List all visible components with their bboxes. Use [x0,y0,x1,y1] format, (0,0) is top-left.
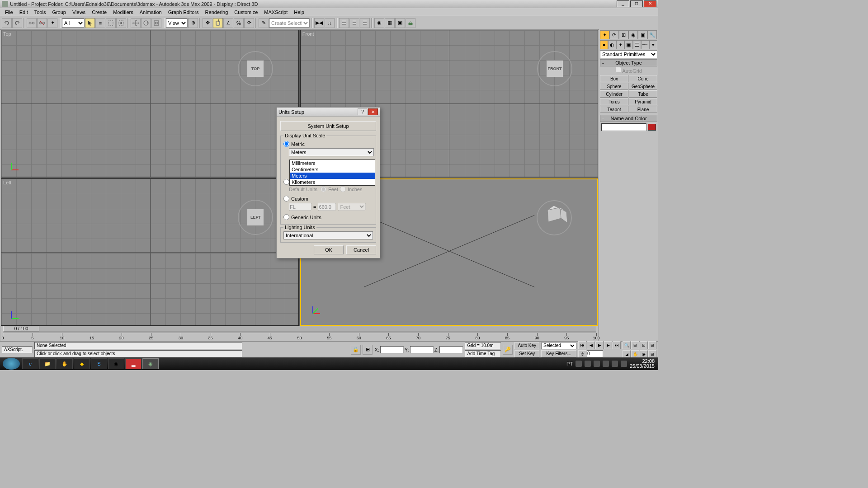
bind-spacewarp-button[interactable]: ✦ [47,18,57,28]
language-indicator[interactable]: PT [566,361,573,366]
zoom-all-button[interactable]: ⊞ [631,341,639,349]
zoom-button[interactable]: 🔍 [623,341,631,349]
set-key-button[interactable]: Set Key [514,350,539,357]
rollout-name-color[interactable]: Name and Color [600,115,657,122]
menu-views[interactable]: Views [69,9,89,16]
modify-tab[interactable]: ⟳ [609,30,619,39]
object-name-input[interactable] [601,123,646,131]
select-by-name-button[interactable]: ≡ [95,18,105,28]
menu-help[interactable]: Help [291,9,307,16]
current-frame-input[interactable] [587,350,603,357]
menu-group[interactable]: Group [49,9,69,16]
task-chrome[interactable]: ◉ [108,358,124,369]
lights-button[interactable]: ✦ [616,40,624,49]
material-editor-button[interactable]: ◉ [374,18,384,28]
menu-file[interactable]: File [2,9,16,16]
obj-plane[interactable]: Plane [629,106,657,113]
viewcube-perspective[interactable] [534,197,575,238]
minimize-button[interactable]: _ [617,0,629,7]
unlink-button[interactable] [37,18,47,28]
snap-toggle-button[interactable]: 3 [213,18,223,28]
start-button[interactable] [3,358,20,370]
task-avira[interactable]: ▂ [125,358,142,369]
key-selection-dropdown[interactable]: Selected [541,342,576,349]
named-selection-dropdown[interactable]: Create Selection Set [269,19,310,28]
time-ruler[interactable]: 0510152025303540455055606570758085909510… [3,333,596,341]
window-crossing-button[interactable] [116,18,126,28]
option-millimeters[interactable]: Millimeters [290,160,375,166]
option-centimeters[interactable]: Centimeters [290,166,375,173]
custom-radio[interactable] [283,196,289,202]
motion-tab[interactable]: ◉ [628,30,638,39]
task-skype[interactable]: S [91,358,107,369]
cameras-button[interactable]: ▣ [624,40,632,49]
menu-modifiers[interactable]: Modifiers [110,9,137,16]
viewcube-left[interactable]: LEFT [235,197,276,238]
menu-customize[interactable]: Customize [231,9,261,16]
layer-manager-button[interactable]: ☰ [339,18,349,28]
key-filters-button[interactable]: Key Filters... [541,350,576,357]
time-config-button[interactable]: ⏱ [578,350,586,358]
hierarchy-tab[interactable]: ⊞ [619,30,628,39]
move-button[interactable] [131,18,141,28]
spinner-snap-button[interactable]: ⟳ [244,18,254,28]
category-dropdown[interactable]: Standard Primitives [600,50,657,58]
close-button[interactable]: ✕ [644,0,656,7]
communication-center-button[interactable]: 🔑 [503,345,513,355]
redo-button[interactable] [12,18,22,28]
coord-x-input[interactable] [380,346,404,353]
helpers-button[interactable]: ☰ [633,40,641,49]
shapes-button[interactable]: ◐ [608,40,616,49]
goto-end-button[interactable]: ⏭ [613,341,621,349]
next-frame-button[interactable]: ▶ [604,341,612,349]
goto-start-button[interactable]: ⏮ [578,341,586,349]
tray-icon[interactable] [612,361,618,367]
display-tab[interactable]: ▣ [638,30,647,39]
viewcube-top[interactable]: TOP [235,48,276,89]
scale-button[interactable] [151,18,161,28]
obj-box[interactable]: Box [600,75,628,82]
obj-pyramid[interactable]: Pyramid [629,98,657,105]
dialog-titlebar[interactable]: Units Setup ? ✕ [277,108,380,117]
viewcube-front[interactable]: FRONT [534,48,575,89]
rendered-frame-button[interactable]: ▣ [395,18,405,28]
ok-button[interactable]: OK [314,245,344,254]
generic-units-radio[interactable] [283,214,289,220]
tray-icon[interactable] [594,361,600,367]
menu-maxscript[interactable]: MAXScript [261,9,291,16]
cancel-button[interactable]: Cancel [346,245,376,254]
menu-tools[interactable]: Tools [31,9,49,16]
obj-teapot[interactable]: Teapot [600,106,628,113]
obj-cylinder[interactable]: Cylinder [600,90,628,98]
rotate-button[interactable] [141,18,151,28]
ref-coord-dropdown[interactable]: View [166,19,188,28]
link-button[interactable] [27,18,37,28]
prev-frame-button[interactable]: ◀ [587,341,595,349]
selection-lock-button[interactable]: 🔒 [351,345,361,355]
tray-icon[interactable] [585,361,591,367]
angle-snap-button[interactable]: ∠ [223,18,233,28]
geometry-button[interactable]: ● [600,40,608,49]
object-color-swatch[interactable] [648,124,656,131]
percent-snap-button[interactable]: % [234,18,244,28]
task-ie[interactable]: e [22,358,38,369]
field-of-view-button[interactable]: ◢ [623,350,631,358]
dialog-close-button[interactable]: ✕ [368,108,378,115]
tray-icon[interactable] [603,361,609,367]
system-unit-setup-button[interactable]: System Unit Setup [280,121,376,131]
zoom-extents-button[interactable]: ⊡ [640,341,648,349]
rollout-object-type[interactable]: Object Type [600,59,657,66]
viewport-left[interactable]: Left LEFT [1,178,299,326]
utilities-tab[interactable]: 🔧 [647,30,657,39]
dialog-help-button[interactable]: ? [358,108,368,115]
option-meters[interactable]: Meters [290,173,375,179]
selection-filter-dropdown[interactable]: All [62,19,85,28]
menu-grapheditors[interactable]: Graph Editors [165,9,202,16]
transform-type-in-button[interactable]: ⊞ [363,345,373,355]
obj-geosphere[interactable]: GeoSphere [629,83,657,90]
coord-y-input[interactable] [410,346,434,353]
play-button[interactable]: ▶ [595,341,604,349]
obj-tube[interactable]: Tube [629,90,657,98]
obj-torus[interactable]: Torus [600,98,628,105]
time-slider[interactable]: 0 / 100 [3,326,596,332]
